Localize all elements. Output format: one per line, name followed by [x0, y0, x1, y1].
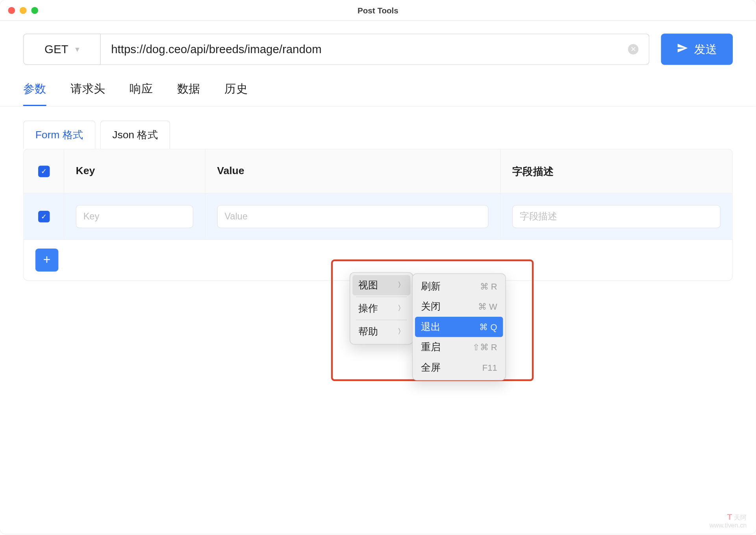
desc-input[interactable]	[512, 205, 721, 228]
table-row: ✓	[24, 193, 732, 240]
shortcut-label: ⌘ W	[478, 301, 497, 312]
chevron-down-icon: ▾	[75, 45, 79, 54]
traffic-lights	[8, 7, 38, 14]
menu-item-label: 视图	[358, 279, 378, 292]
menu-item-fullscreen[interactable]: 全屏 F11	[415, 357, 503, 377]
shortcut-label: ⌘ Q	[479, 322, 497, 332]
value-input[interactable]	[217, 205, 488, 228]
plus-icon: +	[43, 253, 51, 268]
menu-item-label: 重启	[421, 340, 441, 354]
key-input[interactable]	[76, 205, 193, 228]
minimize-window-icon[interactable]	[20, 7, 27, 14]
send-button-label: 发送	[694, 41, 717, 57]
url-input[interactable]	[111, 43, 628, 56]
subtab-form[interactable]: Form 格式	[23, 121, 96, 149]
tab-history[interactable]: 历史	[224, 81, 248, 106]
maximize-window-icon[interactable]	[31, 7, 38, 14]
send-icon	[676, 42, 688, 57]
menu-item-label: 全屏	[421, 361, 441, 374]
watermark: T 天阿 www.tiven.cn	[710, 512, 747, 529]
add-row-button[interactable]: +	[35, 249, 59, 272]
app-window: Post Tools GET ▾ ✕ 发送 参数 请求头 响应 数据 历史 Fo…	[0, 0, 756, 534]
column-header-key: Key	[64, 149, 206, 193]
tab-params[interactable]: 参数	[23, 81, 46, 106]
menu-item-help[interactable]: 帮助 〉	[352, 321, 410, 342]
menu-item-quit[interactable]: 退出 ⌘ Q	[415, 317, 503, 337]
menu-item-close[interactable]: 关闭 ⌘ W	[415, 297, 503, 317]
titlebar: Post Tools	[0, 0, 756, 21]
watermark-logo: T	[727, 512, 732, 522]
menu-separator	[356, 297, 407, 297]
main-tabs: 参数 请求头 响应 数据 历史	[0, 81, 756, 107]
send-button[interactable]: 发送	[661, 33, 733, 65]
menu-separator	[356, 320, 407, 320]
subtab-json[interactable]: Json 格式	[100, 121, 170, 149]
menu-item-label: 关闭	[421, 300, 441, 313]
request-toolbar: GET ▾ ✕ 发送	[0, 21, 756, 65]
table-header-row: ✓ Key Value 字段描述	[24, 149, 732, 193]
menu-item-label: 帮助	[358, 325, 378, 338]
chevron-right-icon: 〉	[398, 327, 405, 336]
context-menu-group: 视图 〉 操作 〉 帮助 〉 刷新 ⌘ R 关闭 ⌘ W	[350, 272, 506, 381]
menu-item-refresh[interactable]: 刷新 ⌘ R	[415, 276, 503, 296]
watermark-name: 天阿	[734, 514, 747, 521]
http-method-select[interactable]: GET ▾	[23, 33, 101, 65]
shortcut-label: ⇧⌘ R	[472, 342, 497, 352]
tab-response[interactable]: 响应	[130, 81, 153, 106]
menu-item-restart[interactable]: 重启 ⇧⌘ R	[415, 337, 503, 357]
menu-item-label: 操作	[358, 302, 378, 315]
column-header-desc: 字段描述	[501, 149, 732, 193]
menu-item-view[interactable]: 视图 〉	[352, 275, 410, 295]
context-menu-secondary: 刷新 ⌘ R 关闭 ⌘ W 退出 ⌘ Q 重启 ⇧⌘ R 全屏 F11	[412, 273, 506, 381]
clear-url-button[interactable]: ✕	[628, 44, 638, 54]
chevron-right-icon: 〉	[398, 303, 405, 313]
select-all-checkbox[interactable]: ✓	[38, 165, 49, 177]
context-menu-primary: 视图 〉 操作 〉 帮助 〉	[350, 272, 413, 345]
menu-item-label: 退出	[421, 320, 441, 334]
column-header-value: Value	[206, 149, 501, 193]
tab-headers[interactable]: 请求头	[70, 81, 105, 106]
menu-item-label: 刷新	[421, 280, 441, 293]
menu-item-action[interactable]: 操作 〉	[352, 298, 410, 318]
row-checkbox[interactable]: ✓	[38, 210, 49, 222]
window-title: Post Tools	[358, 6, 398, 15]
shortcut-label: F11	[482, 362, 497, 372]
tab-data[interactable]: 数据	[177, 81, 200, 106]
url-field-wrap: ✕	[101, 33, 650, 65]
chevron-right-icon: 〉	[398, 280, 405, 290]
close-icon: ✕	[630, 45, 636, 54]
close-window-icon[interactable]	[8, 7, 15, 14]
watermark-url: www.tiven.cn	[710, 522, 747, 529]
http-method-value: GET	[44, 43, 68, 56]
format-subtabs: Form 格式 Json 格式	[0, 106, 756, 149]
params-table: ✓ Key Value 字段描述 ✓ +	[23, 149, 733, 281]
shortcut-label: ⌘ R	[480, 281, 497, 292]
